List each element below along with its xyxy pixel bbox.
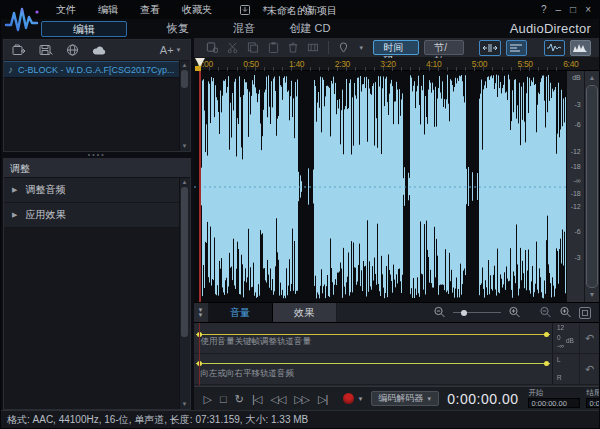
pan-envelope-line[interactable] bbox=[196, 363, 550, 364]
go-to-start-button[interactable]: |◁ bbox=[252, 393, 261, 405]
timeline-ruler[interactable]: 0:000:501:402:303:204:105:005:506:40 bbox=[194, 58, 599, 71]
maximize-button[interactable]: □ bbox=[570, 4, 576, 16]
module-tab-3[interactable]: 创建 CD bbox=[277, 21, 343, 36]
close-button[interactable]: × bbox=[585, 4, 591, 16]
zoom-in-h-icon[interactable] bbox=[508, 306, 521, 319]
chevron-down-icon: ▼ bbox=[426, 396, 432, 402]
status-bar: 格式: AAC, 44100Hz, 16-位, 单声道, 长度: 07:31.1… bbox=[1, 410, 599, 429]
tab-volume[interactable]: 音量 bbox=[209, 303, 273, 322]
zoom-slider[interactable] bbox=[453, 312, 501, 313]
left-column: A+ ▼ ♪ C-BLOCK - W.D.G.A.F[CSG2017Cyp...… bbox=[1, 38, 192, 410]
menu-3[interactable]: 收藏夹 bbox=[171, 3, 223, 17]
marker-icon[interactable] bbox=[338, 41, 349, 54]
adjust-item-1[interactable]: ▶应用效果 bbox=[4, 203, 179, 228]
spectral-view-button[interactable] bbox=[570, 40, 591, 56]
play-button[interactable]: ▷ bbox=[204, 393, 211, 405]
copy-icon[interactable] bbox=[247, 41, 259, 54]
marker-dropdown-icon[interactable]: ▼ bbox=[358, 45, 364, 51]
adjust-panel-scrollbar[interactable]: ▲ ▼ bbox=[179, 178, 190, 409]
record-button[interactable]: ▼ bbox=[343, 393, 363, 404]
trim-icon[interactable] bbox=[307, 41, 319, 54]
help-button[interactable]: ? bbox=[541, 4, 547, 16]
text-tool-label: A+ bbox=[160, 44, 174, 56]
titlebar: 文件编辑查看收藏夹 ↶ ↷ *未命名的新项目 ? – □ × bbox=[1, 1, 599, 19]
volume-envelope-lane[interactable]: 使用音量关键帧调整轨道音量 12 0 -∞ dB ↶ bbox=[194, 323, 599, 354]
db-scale-label: -6 bbox=[575, 228, 581, 236]
waveform-view-button[interactable] bbox=[544, 40, 565, 56]
cut-icon[interactable] bbox=[227, 41, 238, 54]
stop-button[interactable]: □ bbox=[220, 393, 226, 405]
pan-lane-hint: 向左或向右平移轨道音频 bbox=[201, 368, 295, 380]
module-tab-2[interactable]: 混音 bbox=[211, 21, 277, 36]
module-tab-0[interactable]: 编辑 bbox=[41, 21, 127, 37]
db-scale-label: -18 bbox=[571, 190, 581, 198]
reset-pan-icon[interactable]: ↶ bbox=[579, 354, 599, 384]
loop-button[interactable]: ↻ bbox=[235, 393, 243, 405]
playhead-line bbox=[199, 323, 200, 385]
text-to-speech-tool[interactable]: A+ ▼ bbox=[160, 44, 182, 56]
field-value[interactable]: 0:00:00.00 bbox=[528, 398, 580, 408]
volume-envelope-line[interactable] bbox=[196, 334, 550, 335]
scale-label: R bbox=[557, 374, 562, 381]
export-media-icon[interactable] bbox=[39, 44, 53, 56]
save-project-icon[interactable] bbox=[239, 4, 251, 16]
codec-button[interactable]: 编码解码器 ▼ bbox=[371, 391, 439, 406]
zoom-controls bbox=[433, 303, 599, 322]
go-to-end-button[interactable]: ▷| bbox=[318, 393, 327, 405]
snap-toggle-button[interactable] bbox=[506, 40, 527, 56]
zoom-out-v-icon[interactable] bbox=[539, 306, 552, 319]
scroll-down-icon[interactable]: ▼ bbox=[588, 290, 595, 300]
waveform-scrollbar[interactable]: ▲ ▼ bbox=[584, 71, 599, 302]
expand-arrow-icon[interactable]: ▶ bbox=[12, 211, 17, 219]
download-sound-clips-icon[interactable] bbox=[66, 44, 79, 56]
duplicate-clip-icon[interactable] bbox=[206, 41, 219, 54]
fast-forward-button[interactable]: ▷▷ bbox=[294, 393, 309, 405]
fit-view-icon[interactable] bbox=[579, 307, 591, 319]
module-tab-1[interactable]: 恢复 bbox=[145, 21, 211, 36]
menu-2[interactable]: 查看 bbox=[129, 3, 171, 17]
scroll-down-icon[interactable]: ▼ bbox=[182, 400, 188, 409]
fit-selection-button[interactable] bbox=[479, 40, 500, 56]
expand-arrow-icon[interactable]: ▶ bbox=[12, 186, 17, 194]
playhead-line[interactable] bbox=[199, 71, 201, 302]
media-item-selected[interactable]: ♪ C-BLOCK - W.D.G.A.F[CSG2017Cyp... bbox=[4, 61, 179, 78]
adjust-item-0[interactable]: ▶调整音频 bbox=[4, 178, 179, 203]
rewind-button[interactable]: ◁◁ bbox=[270, 393, 285, 405]
paste-icon[interactable] bbox=[268, 41, 279, 54]
zoom-in-v-icon[interactable] bbox=[559, 306, 572, 319]
field-value[interactable]: 0:00:00.00 bbox=[586, 398, 599, 408]
import-media-icon[interactable] bbox=[12, 44, 26, 56]
delete-icon[interactable] bbox=[288, 41, 298, 54]
scroll-down-icon[interactable]: ▼ bbox=[182, 142, 188, 151]
media-toolbar: A+ ▼ bbox=[4, 40, 190, 61]
header: 文件编辑查看收藏夹 ↶ ↷ *未命名的新项目 ? – □ × 编辑恢复混音创建 … bbox=[1, 1, 599, 38]
media-library-panel: A+ ▼ ♪ C-BLOCK - W.D.G.A.F[CSG2017Cyp...… bbox=[3, 39, 191, 152]
scroll-up-icon[interactable]: ▲ bbox=[182, 61, 188, 70]
zoom-slider-knob[interactable] bbox=[461, 310, 467, 316]
playhead-marker[interactable] bbox=[194, 58, 206, 71]
timecode-mode-button[interactable]: 时间码 bbox=[373, 40, 419, 55]
db-scale-label: -6 bbox=[575, 121, 581, 129]
cloud-icon[interactable] bbox=[92, 45, 107, 56]
zoom-out-h-icon[interactable] bbox=[433, 306, 446, 319]
envelope-keyframe[interactable] bbox=[544, 332, 549, 337]
envelope-keyframe[interactable] bbox=[544, 361, 549, 366]
chevron-down-icon: ▼ bbox=[357, 396, 363, 402]
menu-1[interactable]: 编辑 bbox=[87, 3, 129, 17]
project-title: *未命名的新项目 bbox=[263, 4, 337, 18]
scroll-up-icon[interactable]: ▲ bbox=[182, 178, 188, 187]
db-scale-label: -18 bbox=[571, 163, 581, 171]
minimize-button[interactable]: – bbox=[556, 4, 562, 16]
scroll-up-icon[interactable]: ▲ bbox=[588, 73, 595, 83]
pan-envelope-lane[interactable]: 向左或向右平移轨道音频 L R ↶ bbox=[194, 354, 599, 385]
reset-volume-icon[interactable]: ↶ bbox=[579, 323, 599, 353]
media-list-scrollbar[interactable]: ▲ ▼ bbox=[179, 61, 190, 151]
tab-effects[interactable]: 效果 bbox=[273, 303, 337, 322]
beats-mode-button[interactable]: 节/拍 bbox=[424, 40, 464, 55]
ruler-tick-label: 2:30 bbox=[335, 59, 350, 69]
collapse-panel-button[interactable]: ▼▼ bbox=[194, 303, 209, 322]
waveform-display[interactable] bbox=[194, 71, 566, 302]
scale-label: L bbox=[557, 356, 561, 363]
media-file-name: C-BLOCK - W.D.G.A.F[CSG2017Cyp... bbox=[18, 65, 175, 75]
menu-0[interactable]: 文件 bbox=[45, 3, 87, 17]
